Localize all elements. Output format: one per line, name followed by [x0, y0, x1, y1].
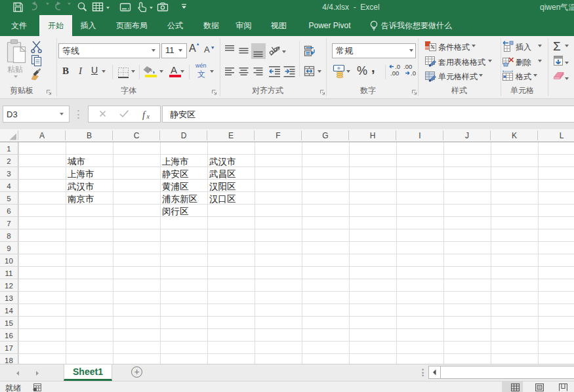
svg-text:f: f	[142, 109, 146, 120]
svg-text:x: x	[146, 113, 150, 120]
